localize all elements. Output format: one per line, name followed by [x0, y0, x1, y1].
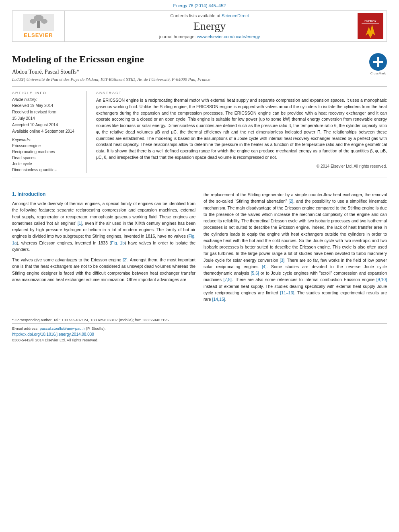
page: Energy 76 (2014) 445–452 ELSEVIER: [0, 0, 399, 532]
keyword-5: Dimensionless quantities: [12, 167, 80, 173]
copyright: © 2014 Elsevier Ltd. All rights reserved…: [96, 164, 387, 168]
history-heading: Article history:: [12, 97, 80, 102]
article-body: Modeling of the Ericsson engine Abdou To…: [0, 42, 399, 315]
ref-78[interactable]: [7,8]: [224, 277, 232, 282]
keyword-3: Dead spaces: [12, 155, 80, 161]
two-col-body: 1. Introduction Amongst the wide diversi…: [12, 191, 387, 307]
ref-4[interactable]: [4]: [262, 264, 267, 269]
elsevier-tree-svg: [23, 14, 54, 31]
col-left-para-2: The valves give some advantages to the E…: [12, 257, 195, 283]
svg-point-3: [30, 19, 36, 24]
doi-link[interactable]: http://dx.doi.org/10.1016/j.energy.2014.…: [12, 332, 387, 337]
email-line: E-mail address: pascal.stouffs@univ-pau.…: [12, 323, 387, 331]
keywords-label: Keywords:: [12, 138, 80, 142]
fig-1a-link[interactable]: Fig. 1a: [12, 234, 195, 245]
journal-ref: Energy 76 (2014) 445–452: [0, 3, 399, 8]
energy-logo: ENERGY: [358, 13, 383, 39]
online-date: Available online 4 September 2014: [12, 129, 80, 134]
authors: Abdou Touré, Pascal Stouffs*: [12, 69, 210, 75]
svg-text:ENERGY: ENERGY: [364, 20, 376, 23]
received-revised-label: Received in revised form: [12, 109, 80, 115]
footnote: * Corresponding author. Tel.: +33 559407…: [12, 315, 387, 322]
article-footer: * Corresponding author. Tel.: +33 559407…: [0, 315, 399, 348]
crossmark-logo: [369, 53, 387, 71]
elsevier-wordmark: ELSEVIER: [24, 32, 53, 38]
article-title: Modeling of the Ericsson engine: [12, 54, 210, 65]
sciencedirect-link[interactable]: ScienceDirect: [222, 13, 249, 18]
journal-header: Energy 76 (2014) 445–452 ELSEVIER: [0, 0, 399, 42]
keyword-1: Ericsson engine: [12, 143, 80, 149]
ref-56[interactable]: [5,6]: [251, 271, 259, 275]
crossmark-text: [370, 54, 386, 70]
journal-title: Energy: [193, 20, 226, 33]
ref-3[interactable]: [3]: [280, 258, 284, 263]
ref-1[interactable]: [1]: [78, 221, 82, 226]
intro-heading: 1. Introduction: [12, 191, 195, 197]
homepage-line: journal homepage: www.elsevier.com/locat…: [159, 34, 260, 39]
col-right: the replacement of the Stirling regenera…: [204, 191, 387, 307]
article-info: ARTICLE INFO Article history: Received 1…: [12, 91, 86, 173]
keyword-4: Joule cycle: [12, 161, 80, 167]
svg-rect-11: [373, 61, 383, 63]
homepage-link[interactable]: www.elsevier.com/locate/energy: [197, 34, 260, 39]
article-abstract: ABSTRACT An ERICSSON engine is a recipro…: [96, 91, 387, 173]
elsevier-logo: ELSEVIER: [23, 14, 54, 38]
abstract-heading: ABSTRACT: [96, 91, 387, 95]
energy-logo-svg: ENERGY: [358, 13, 383, 39]
accepted-date: Accepted 10 August 2014: [12, 122, 80, 128]
ref-910[interactable]: [9,10]: [376, 277, 387, 282]
affiliation: LaTEP, Université de Pau et des Pays de …: [12, 77, 210, 82]
fig-1b-link[interactable]: Fig. 1b: [111, 240, 125, 245]
received-date: Received 19 May 2014: [12, 103, 80, 109]
abstract-text: An ERICSSON engine is a reciprocating th…: [96, 97, 387, 161]
col-right-para-1: the replacement of the Stirling regenera…: [204, 191, 387, 303]
ref-2[interactable]: [2]: [123, 257, 128, 262]
journal-banner: ELSEVIER Contents lists available at Sci…: [12, 10, 387, 42]
col-left: 1. Introduction Amongst the wide diversi…: [12, 191, 195, 307]
issn-line: 0360-5442/© 2014 Elsevier Ltd. All right…: [12, 338, 387, 342]
contents-line: Contents lists available at ScienceDirec…: [170, 13, 249, 18]
svg-point-4: [41, 19, 47, 24]
article-meta: ARTICLE INFO Article history: Received 1…: [12, 86, 387, 177]
banner-center: Contents lists available at ScienceDirec…: [65, 11, 354, 41]
revised-date: 15 July 2014: [12, 116, 80, 121]
energy-logo-area: ENERGY: [354, 11, 387, 41]
col-left-para-1: Amongst the wide diversity of thermal en…: [12, 200, 195, 253]
divider: [12, 184, 387, 184]
keyword-2: Reciprocating machines: [12, 149, 80, 155]
email-link[interactable]: pascal.stouffs@univ-pau.fr: [40, 326, 85, 331]
elsevier-logo-area: ELSEVIER: [12, 11, 65, 41]
article-info-heading: ARTICLE INFO: [12, 91, 80, 95]
title-block: Modeling of the Ericsson engine Abdou To…: [12, 50, 210, 86]
ref-1415[interactable]: [14,15]: [212, 297, 225, 302]
crossmark-label: CrossMark: [369, 72, 387, 75]
ref-1113[interactable]: [11–13]: [280, 290, 294, 295]
crossmark-svg: [370, 54, 386, 70]
title-row: Modeling of the Ericsson engine Abdou To…: [12, 50, 387, 86]
ref-2b[interactable]: [2]: [289, 199, 294, 203]
crossmark-container: CrossMark: [369, 53, 387, 75]
